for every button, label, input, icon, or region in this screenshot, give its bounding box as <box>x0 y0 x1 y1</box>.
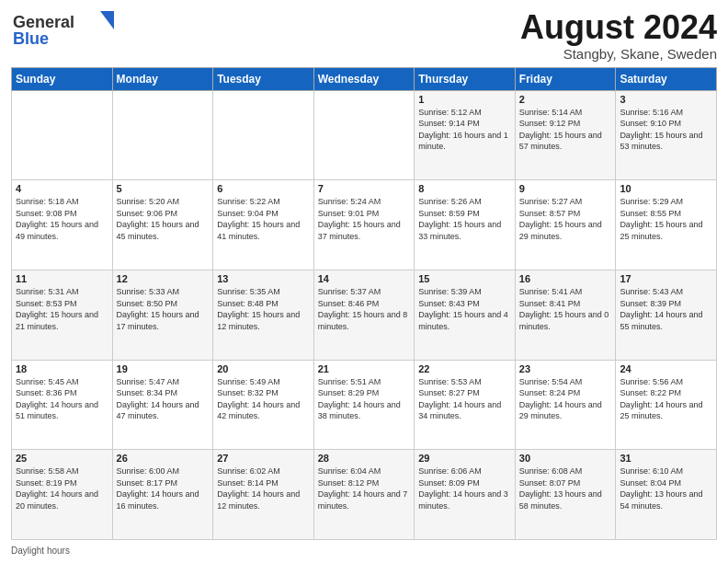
table-row <box>213 90 314 180</box>
day-number: 19 <box>117 363 210 374</box>
day-number: 30 <box>519 453 612 464</box>
day-info: Sunrise: 5:20 AMSunset: 9:06 PMDaylight:… <box>117 196 210 242</box>
day-info: Sunrise: 5:31 AMSunset: 8:53 PMDaylight:… <box>16 286 108 332</box>
day-info: Sunrise: 5:39 AMSunset: 8:43 PMDaylight:… <box>418 286 511 332</box>
header-sunday: Sunday <box>12 67 113 90</box>
day-info: Sunrise: 5:26 AMSunset: 8:59 PMDaylight:… <box>418 196 511 242</box>
day-info: Sunrise: 5:37 AMSunset: 8:46 PMDaylight:… <box>318 286 411 332</box>
calendar-week-row: 11 Sunrise: 5:31 AMSunset: 8:53 PMDaylig… <box>12 270 717 360</box>
day-number: 12 <box>117 273 210 284</box>
day-info: Sunrise: 5:27 AMSunset: 8:57 PMDaylight:… <box>519 196 612 242</box>
day-number: 2 <box>519 94 612 105</box>
header-monday: Monday <box>112 67 213 90</box>
table-row: 23 Sunrise: 5:54 AMSunset: 8:24 PMDaylig… <box>515 360 616 450</box>
day-info: Sunrise: 6:02 AMSunset: 8:14 PMDaylight:… <box>217 465 310 511</box>
table-row: 2 Sunrise: 5:14 AMSunset: 9:12 PMDayligh… <box>515 90 616 180</box>
header-saturday: Saturday <box>616 67 717 90</box>
day-number: 11 <box>16 273 108 284</box>
table-row: 11 Sunrise: 5:31 AMSunset: 8:53 PMDaylig… <box>12 270 113 360</box>
day-number: 7 <box>318 183 411 194</box>
calendar-week-row: 4 Sunrise: 5:18 AMSunset: 9:08 PMDayligh… <box>12 180 717 270</box>
day-info: Sunrise: 5:56 AMSunset: 8:22 PMDaylight:… <box>620 376 712 422</box>
svg-text:Blue: Blue <box>13 29 49 48</box>
day-info: Sunrise: 5:58 AMSunset: 8:19 PMDaylight:… <box>16 465 108 511</box>
table-row: 22 Sunrise: 5:53 AMSunset: 8:27 PMDaylig… <box>415 360 516 450</box>
table-row <box>313 90 415 180</box>
table-row: 25 Sunrise: 5:58 AMSunset: 8:19 PMDaylig… <box>12 450 113 540</box>
table-row: 15 Sunrise: 5:39 AMSunset: 8:43 PMDaylig… <box>415 270 516 360</box>
header-friday: Friday <box>515 67 616 90</box>
footer: Daylight hours <box>11 544 717 556</box>
day-info: Sunrise: 5:53 AMSunset: 8:27 PMDaylight:… <box>418 376 511 422</box>
day-number: 25 <box>16 453 108 464</box>
day-info: Sunrise: 5:47 AMSunset: 8:34 PMDaylight:… <box>117 376 210 422</box>
svg-text:General: General <box>13 13 74 31</box>
day-number: 17 <box>620 273 712 284</box>
day-info: Sunrise: 5:33 AMSunset: 8:50 PMDaylight:… <box>117 286 210 332</box>
table-row: 14 Sunrise: 5:37 AMSunset: 8:46 PMDaylig… <box>313 270 415 360</box>
day-number: 26 <box>117 453 210 464</box>
day-info: Sunrise: 5:18 AMSunset: 9:08 PMDaylight:… <box>16 196 108 242</box>
day-info: Sunrise: 5:12 AMSunset: 9:14 PMDaylight:… <box>418 107 511 153</box>
day-number: 1 <box>418 94 511 105</box>
table-row: 3 Sunrise: 5:16 AMSunset: 9:10 PMDayligh… <box>616 90 717 180</box>
day-number: 18 <box>16 363 108 374</box>
day-info: Sunrise: 5:22 AMSunset: 9:04 PMDaylight:… <box>217 196 310 242</box>
svg-marker-1 <box>100 11 114 29</box>
day-number: 28 <box>318 453 411 464</box>
day-number: 20 <box>217 363 310 374</box>
table-row: 19 Sunrise: 5:47 AMSunset: 8:34 PMDaylig… <box>112 360 213 450</box>
day-info: Sunrise: 6:04 AMSunset: 8:12 PMDaylight:… <box>318 465 411 511</box>
table-row: 8 Sunrise: 5:26 AMSunset: 8:59 PMDayligh… <box>415 180 516 270</box>
table-row: 26 Sunrise: 6:00 AMSunset: 8:17 PMDaylig… <box>112 450 213 540</box>
daylight-hours-label: Daylight hours <box>11 546 70 556</box>
table-row: 18 Sunrise: 5:45 AMSunset: 8:36 PMDaylig… <box>12 360 113 450</box>
day-number: 29 <box>418 453 511 464</box>
logo-display: General Blue <box>11 9 121 48</box>
day-info: Sunrise: 5:24 AMSunset: 9:01 PMDaylight:… <box>318 196 411 242</box>
calendar-week-row: 18 Sunrise: 5:45 AMSunset: 8:36 PMDaylig… <box>12 360 717 450</box>
header-thursday: Thursday <box>415 67 516 90</box>
day-number: 27 <box>217 453 310 464</box>
day-number: 21 <box>318 363 411 374</box>
header-wednesday: Wednesday <box>313 67 415 90</box>
page-container: General Blue August 2024 Stangby, Skane,… <box>0 0 728 563</box>
day-info: Sunrise: 6:06 AMSunset: 8:09 PMDaylight:… <box>418 465 511 511</box>
location: Stangby, Skane, Sweden <box>520 46 717 62</box>
table-row: 9 Sunrise: 5:27 AMSunset: 8:57 PMDayligh… <box>515 180 616 270</box>
table-row: 1 Sunrise: 5:12 AMSunset: 9:14 PMDayligh… <box>415 90 516 180</box>
day-info: Sunrise: 5:35 AMSunset: 8:48 PMDaylight:… <box>217 286 310 332</box>
day-number: 24 <box>620 363 712 374</box>
day-info: Sunrise: 5:51 AMSunset: 8:29 PMDaylight:… <box>318 376 411 422</box>
month-title: August 2024 <box>520 9 717 46</box>
calendar-week-row: 25 Sunrise: 5:58 AMSunset: 8:19 PMDaylig… <box>12 450 717 540</box>
day-number: 6 <box>217 183 310 194</box>
day-number: 3 <box>620 94 712 105</box>
table-row: 12 Sunrise: 5:33 AMSunset: 8:50 PMDaylig… <box>112 270 213 360</box>
day-info: Sunrise: 5:49 AMSunset: 8:32 PMDaylight:… <box>217 376 310 422</box>
day-info: Sunrise: 5:54 AMSunset: 8:24 PMDaylight:… <box>519 376 612 422</box>
day-number: 9 <box>519 183 612 194</box>
day-info: Sunrise: 5:16 AMSunset: 9:10 PMDaylight:… <box>620 107 712 153</box>
table-row: 21 Sunrise: 5:51 AMSunset: 8:29 PMDaylig… <box>313 360 415 450</box>
logo: General Blue <box>11 9 121 48</box>
table-row: 7 Sunrise: 5:24 AMSunset: 9:01 PMDayligh… <box>313 180 415 270</box>
calendar-table: Sunday Monday Tuesday Wednesday Thursday… <box>11 67 717 540</box>
day-info: Sunrise: 5:29 AMSunset: 8:55 PMDaylight:… <box>620 196 712 242</box>
table-row: 31 Sunrise: 6:10 AMSunset: 8:04 PMDaylig… <box>616 450 717 540</box>
day-info: Sunrise: 5:14 AMSunset: 9:12 PMDaylight:… <box>519 107 612 153</box>
day-info: Sunrise: 5:45 AMSunset: 8:36 PMDaylight:… <box>16 376 108 422</box>
day-number: 31 <box>620 453 712 464</box>
table-row: 10 Sunrise: 5:29 AMSunset: 8:55 PMDaylig… <box>616 180 717 270</box>
day-info: Sunrise: 6:08 AMSunset: 8:07 PMDaylight:… <box>519 465 612 511</box>
calendar-week-row: 1 Sunrise: 5:12 AMSunset: 9:14 PMDayligh… <box>12 90 717 180</box>
table-row: 27 Sunrise: 6:02 AMSunset: 8:14 PMDaylig… <box>213 450 314 540</box>
day-number: 14 <box>318 273 411 284</box>
table-row: 16 Sunrise: 5:41 AMSunset: 8:41 PMDaylig… <box>515 270 616 360</box>
day-info: Sunrise: 5:41 AMSunset: 8:41 PMDaylight:… <box>519 286 612 332</box>
day-number: 4 <box>16 183 108 194</box>
header: General Blue August 2024 Stangby, Skane,… <box>11 9 717 62</box>
day-number: 23 <box>519 363 612 374</box>
table-row: 20 Sunrise: 5:49 AMSunset: 8:32 PMDaylig… <box>213 360 314 450</box>
table-row: 6 Sunrise: 5:22 AMSunset: 9:04 PMDayligh… <box>213 180 314 270</box>
